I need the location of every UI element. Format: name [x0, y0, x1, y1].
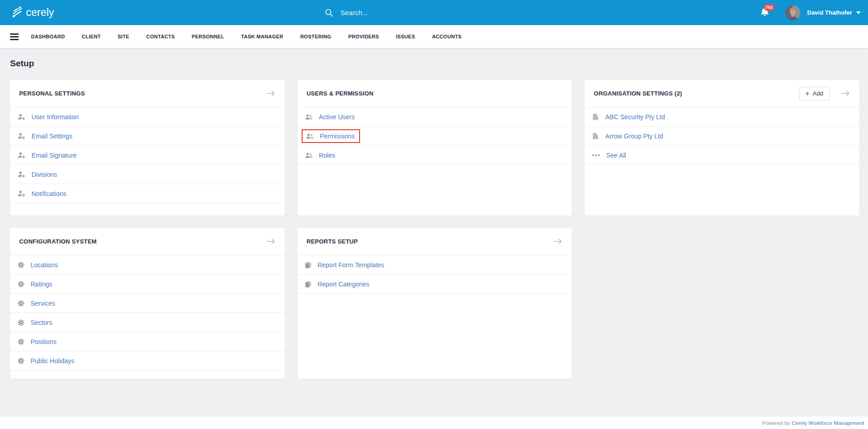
notification-badge: 762 [764, 4, 774, 11]
item-link[interactable]: Arrow Group Pty Ltd [605, 132, 663, 140]
card-title: REPORTS SETUP [307, 238, 358, 245]
card-row: Positions [10, 332, 285, 351]
nav-item-personnel[interactable]: PERSONNEL [192, 34, 224, 39]
footer-brand-link[interactable]: Cerely Workforce Management [792, 420, 864, 426]
topbar-right: 762 David Thalhofer [760, 5, 861, 21]
card-header: USERS & PERMISSION [298, 80, 572, 107]
row-content: See All [592, 152, 626, 159]
nav-item-providers[interactable]: PROVIDERS [348, 34, 379, 39]
row-content: Email Settings [17, 132, 72, 140]
card-organisation-settings: ORGANISATION SETTINGS (2)+AddABC Securit… [585, 80, 859, 216]
gear-icon [17, 300, 25, 307]
card-reports-setup: REPORTS SETUPReport Form TemplatesReport… [298, 228, 572, 379]
item-link[interactable]: ABC Security Pty Ltd [605, 113, 665, 121]
item-link[interactable]: Sectors [31, 319, 52, 326]
user-menu[interactable]: David Thalhofer [807, 9, 861, 16]
nav-item-accounts[interactable]: ACCOUNTS [432, 34, 462, 39]
item-link[interactable]: Notifications [31, 190, 66, 197]
cards-grid: PERSONAL SETTINGSUser InformationEmail S… [10, 80, 859, 379]
item-link[interactable]: Report Form Templates [318, 261, 384, 269]
row-content: Arrow Group Pty Ltd [592, 132, 663, 140]
item-link[interactable]: Positions [31, 338, 57, 345]
card-row: Email Signature [10, 146, 285, 165]
highlight-box: Permissions [302, 129, 360, 143]
card-row: Ratings [10, 275, 285, 294]
item-link[interactable]: Roles [319, 152, 335, 159]
card-row: Locations [10, 255, 285, 275]
topbar: cerely 762 [0, 0, 868, 25]
hamburger-menu-icon[interactable] [10, 33, 19, 40]
nav-item-rostering[interactable]: ROSTERING [300, 34, 331, 39]
card-row: Email Settings [10, 127, 285, 146]
row-content: Roles [305, 152, 335, 159]
building-icon [592, 113, 599, 120]
card-body: LocationsRatingsServicesSectorsPositions… [10, 255, 285, 371]
row-content: Public Holidays [17, 357, 74, 365]
nav-item-client[interactable]: CLIENT [82, 34, 101, 39]
item-link[interactable]: Email Settings [31, 132, 72, 140]
nav-items: DASHBOARDCLIENTSITECONTACTSPERSONNELTASK… [31, 34, 461, 39]
search-input[interactable] [340, 9, 544, 16]
arrow-right-icon[interactable] [841, 90, 850, 97]
user-settings-icon [17, 171, 26, 178]
card-title: PERSONAL SETTINGS [19, 90, 85, 97]
logo-text: cerely [26, 6, 54, 19]
search-bar [324, 8, 544, 17]
row-content: User Information [17, 113, 78, 121]
nav-item-task-manager[interactable]: TASK MANAGER [241, 34, 283, 39]
arrow-right-icon[interactable] [553, 238, 563, 245]
item-link[interactable]: Ratings [31, 281, 52, 288]
nav-item-contacts[interactable]: CONTACTS [146, 34, 175, 39]
card-header-actions [266, 90, 276, 97]
item-link[interactable]: User Information [31, 113, 78, 121]
row-content: Divisions [17, 171, 57, 178]
item-link[interactable]: Email Signature [31, 152, 77, 159]
report-icon [305, 281, 312, 288]
card-body: Active UsersPermissionsRoles [298, 107, 572, 165]
row-content: Report Categories [305, 281, 370, 288]
card-users-permission: USERS & PERMISSIONActive UsersPermission… [298, 80, 572, 216]
card-header: PERSONAL SETTINGS [10, 80, 285, 107]
item-link[interactable]: See All [606, 152, 626, 159]
avatar[interactable] [785, 5, 800, 21]
arrow-right-icon[interactable] [266, 90, 276, 97]
card-row: Report Form Templates [298, 255, 572, 275]
add-button[interactable]: +Add [799, 87, 830, 101]
item-link[interactable]: Locations [31, 261, 58, 269]
user-settings-icon [17, 190, 26, 197]
row-content: Report Form Templates [305, 261, 384, 269]
card-row: Active Users [298, 107, 572, 127]
item-link[interactable]: Divisions [31, 171, 57, 178]
gear-icon [17, 319, 25, 326]
card-header-actions [553, 238, 563, 245]
chevron-down-icon [856, 11, 861, 14]
row-content: Services [17, 300, 55, 307]
card-row: Public Holidays [10, 351, 285, 371]
arrow-right-icon[interactable] [266, 238, 276, 245]
row-content: Ratings [17, 281, 52, 288]
item-link[interactable]: Report Categories [318, 281, 370, 288]
card-header: ORGANISATION SETTINGS (2)+Add [585, 80, 859, 107]
card-row: Divisions [10, 165, 285, 184]
nav-item-issues[interactable]: ISSUES [396, 34, 415, 39]
powered-by-text: Powered by [762, 420, 790, 426]
user-name: David Thalhofer [807, 9, 852, 16]
plus-icon: + [805, 90, 810, 97]
item-link[interactable]: Permissions [320, 132, 355, 140]
gear-icon [17, 357, 25, 365]
nav-item-dashboard[interactable]: DASHBOARD [31, 34, 65, 39]
item-link[interactable]: Public Holidays [31, 357, 74, 365]
notifications-bell[interactable]: 762 [760, 7, 770, 18]
gear-icon [17, 281, 25, 288]
logo[interactable]: cerely [11, 6, 54, 19]
item-link[interactable]: Active Users [319, 113, 355, 121]
user-settings-icon [17, 113, 26, 121]
building-icon [592, 132, 599, 139]
nav-item-site[interactable]: SITE [118, 34, 130, 39]
card-configuration-system: CONFIGURATION SYSTEMLocationsRatingsServ… [10, 228, 285, 379]
report-icon [305, 261, 312, 269]
users-icon [306, 133, 314, 139]
card-header: REPORTS SETUP [298, 228, 572, 255]
item-link[interactable]: Services [31, 300, 55, 307]
card-body: User InformationEmail SettingsEmail Sign… [10, 107, 285, 203]
